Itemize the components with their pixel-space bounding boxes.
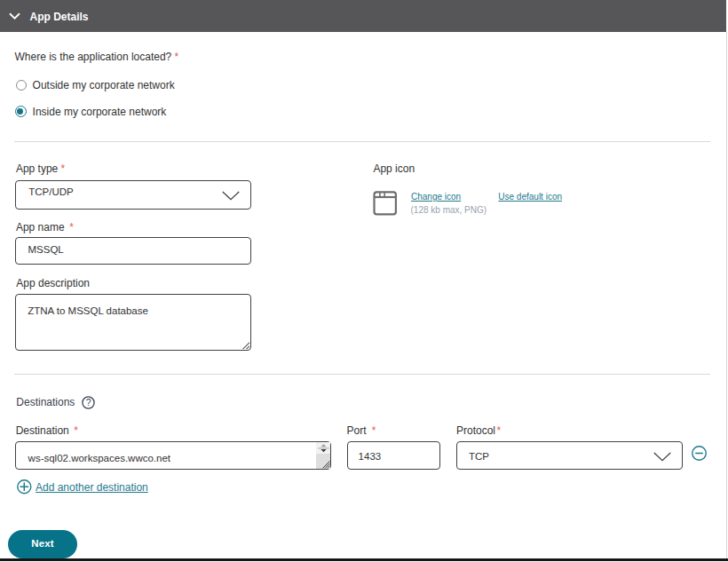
- svg-text:?: ?: [86, 398, 91, 408]
